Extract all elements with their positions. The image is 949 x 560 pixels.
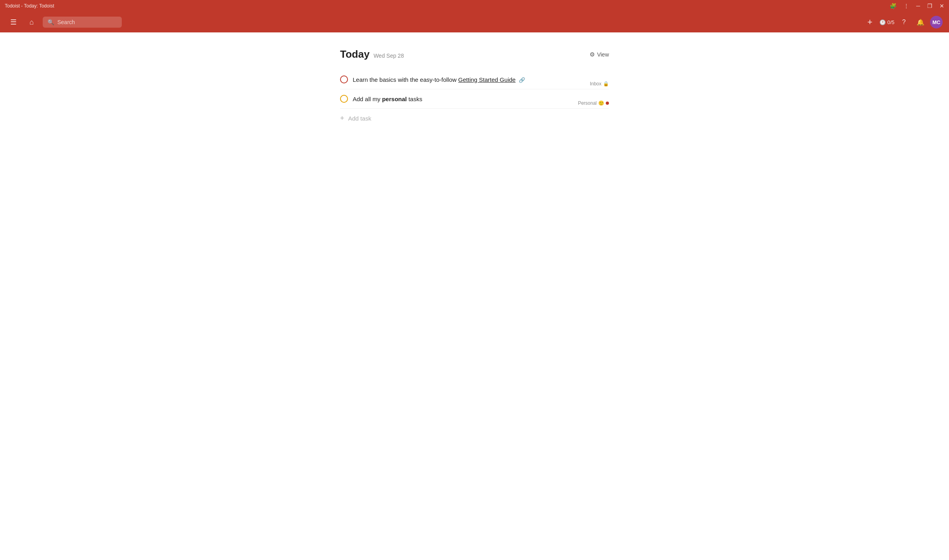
home-button[interactable]: ⌂ — [25, 15, 39, 29]
view-label: View — [597, 51, 609, 58]
task-meta: Personal 🙂 — [578, 100, 609, 106]
dots-icon[interactable]: ⋮ — [904, 3, 909, 9]
page-title: Today — [340, 48, 370, 60]
help-button[interactable]: ? — [897, 15, 911, 29]
main-content: Today Wed Sep 28 ⚙ View Learn the basics… — [316, 32, 633, 144]
table-row[interactable]: Learn the basics with the easy-to-follow… — [340, 70, 609, 89]
help-icon: ? — [902, 19, 906, 26]
karma-badge[interactable]: 🕐 0/5 — [879, 19, 894, 25]
minimize-icon[interactable]: ─ — [916, 3, 920, 9]
nav-right: + 🕐 0/5 ? 🔔 MC — [863, 15, 943, 29]
search-icon: 🔍 — [47, 19, 54, 25]
title-bar: Todoist - Today: Todoist 🧩 ⋮ ─ ❐ ✕ — [0, 0, 949, 12]
menu-button[interactable]: ☰ — [6, 15, 21, 29]
hamburger-icon: ☰ — [10, 18, 17, 26]
search-input[interactable] — [57, 19, 117, 25]
bell-icon: 🔔 — [917, 19, 924, 26]
task-list: Learn the basics with the easy-to-follow… — [340, 70, 609, 128]
table-row[interactable]: Add all my personal tasks Personal 🙂 — [340, 89, 609, 109]
plus-icon: + — [867, 17, 872, 27]
search-box[interactable]: 🔍 — [43, 17, 122, 28]
karma-text: 0/5 — [887, 19, 894, 25]
puzzle-icon[interactable]: 🧩 — [890, 3, 896, 9]
home-icon: ⌂ — [30, 18, 34, 26]
task-meta: Inbox 🔒 — [590, 81, 609, 87]
task-complete-circle[interactable] — [340, 75, 348, 83]
page-date: Wed Sep 28 — [374, 53, 404, 59]
close-icon[interactable]: ✕ — [940, 3, 944, 9]
filter-icon: ⚙ — [590, 51, 595, 58]
karma-icon: 🕐 — [879, 19, 886, 25]
window-controls: 🧩 ⋮ ─ ❐ ✕ — [890, 3, 944, 9]
task-text: Learn the basics with the easy-to-follow… — [353, 76, 609, 83]
avatar-initials: MC — [932, 19, 940, 25]
link-icon: 🔗 — [519, 77, 525, 83]
task-text: Add all my personal tasks — [353, 96, 609, 102]
lock-icon: 🔒 — [603, 81, 609, 87]
page-header: Today Wed Sep 28 ⚙ View — [340, 48, 609, 60]
task-project-label: Inbox — [590, 81, 601, 87]
getting-started-link[interactable]: Getting Started Guide — [458, 76, 516, 83]
restore-icon[interactable]: ❐ — [927, 3, 932, 9]
task-project-label: Personal — [578, 100, 597, 106]
face-emoji-icon: 🙂 — [598, 100, 604, 106]
window-title: Todoist - Today: Todoist — [5, 3, 890, 9]
status-dot — [606, 102, 609, 105]
add-task-plus-icon: + — [340, 114, 344, 123]
notifications-button[interactable]: 🔔 — [913, 15, 928, 29]
view-button[interactable]: ⚙ View — [590, 51, 609, 58]
page-title-group: Today Wed Sep 28 — [340, 48, 404, 60]
add-task-row[interactable]: + Add task — [340, 109, 609, 128]
avatar[interactable]: MC — [930, 16, 943, 28]
add-task-button[interactable]: + — [863, 15, 877, 29]
task-complete-circle[interactable] — [340, 95, 348, 103]
add-task-label: Add task — [348, 115, 371, 122]
top-nav: ☰ ⌂ 🔍 + 🕐 0/5 ? 🔔 MC — [0, 12, 949, 32]
